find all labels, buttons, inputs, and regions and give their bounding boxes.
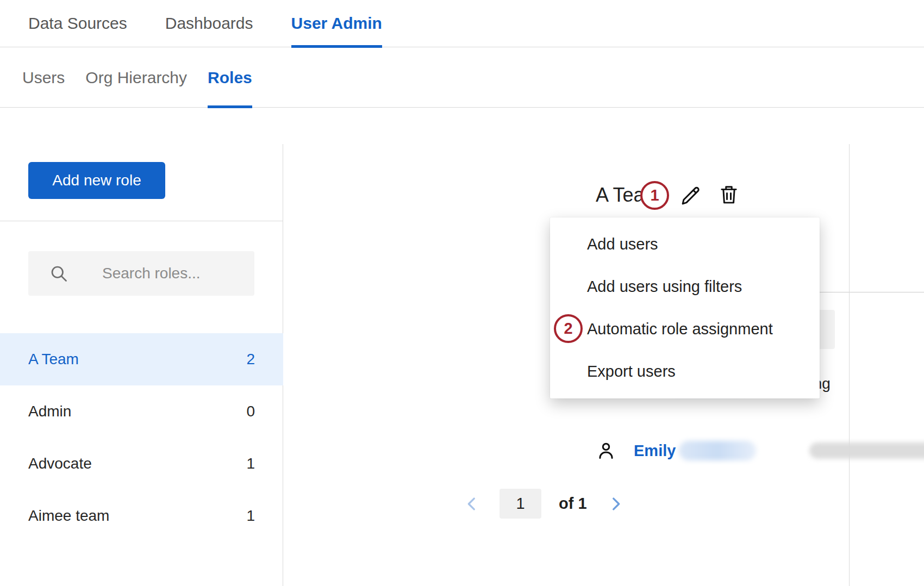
role-name: Aimee team [28,507,109,525]
roles-sidebar: Add new role A Team 2 Admin 0 Advocate 1 [0,108,283,586]
role-list: A Team 2 Admin 0 Advocate 1 Aimee team 1 [0,333,283,542]
pencil-icon [679,201,702,209]
chevron-right-icon[interactable] [607,495,625,513]
role-row-a-team[interactable]: A Team 2 [0,333,283,385]
search-icon [49,264,68,283]
top-navigation: Data Sources Dashboards User Admin [0,0,924,47]
sidebar-rule [0,221,283,221]
menu-item-add-users-using-filters[interactable]: Add users using filters [550,265,820,308]
menu-item-export-users[interactable]: Export users [550,350,820,392]
role-count: 1 [246,455,255,472]
content-right-edge [849,144,850,586]
add-new-role-button[interactable]: Add new role [28,162,165,199]
pagination: 1 of 1 [463,489,625,519]
tab-users[interactable]: Users [22,48,65,107]
edit-role-button[interactable] [679,184,702,207]
role-count: 0 [246,403,255,420]
redacted-email [809,442,924,459]
menu-item-automatic-role-assignment[interactable]: Automatic role assignment [550,308,820,350]
tab-dashboards[interactable]: Dashboards [165,0,253,47]
delete-role-button[interactable] [717,183,740,206]
tab-roles[interactable]: Roles [208,48,252,107]
chevron-left-icon[interactable] [463,495,481,513]
user-admin-app: Data Sources Dashboards User Admin Users… [0,0,924,586]
user-name-link[interactable]: Emily [634,442,676,460]
role-name: A Team [28,351,79,368]
role-name: Advocate [28,455,92,472]
role-row-admin[interactable]: Admin 0 [0,385,283,438]
annotation-step-1: 1 [640,181,669,210]
sub-navigation: Users Org Hierarchy Roles [0,48,924,108]
trash-icon [717,200,740,208]
role-count: 2 [246,351,255,368]
role-row-aimee-team[interactable]: Aimee team 1 [0,490,283,542]
role-search [28,251,254,296]
menu-item-add-users[interactable]: Add users [550,223,820,265]
role-count: 1 [246,507,255,525]
page-number-box[interactable]: 1 [500,489,541,519]
redacted-last-name [679,441,756,460]
page-of-label: of 1 [559,495,587,513]
person-icon [596,440,616,461]
tab-org-hierarchy[interactable]: Org Hierarchy [85,48,187,107]
tab-user-admin[interactable]: User Admin [291,0,382,47]
annotation-step-2: 2 [554,314,583,343]
role-row-advocate[interactable]: Advocate 1 [0,438,283,490]
role-name: Admin [28,403,71,420]
tab-data-sources[interactable]: Data Sources [28,0,127,47]
add-export-menu: Add users Add users using filters Automa… [550,217,820,398]
user-row-emily: Emily [596,434,924,467]
